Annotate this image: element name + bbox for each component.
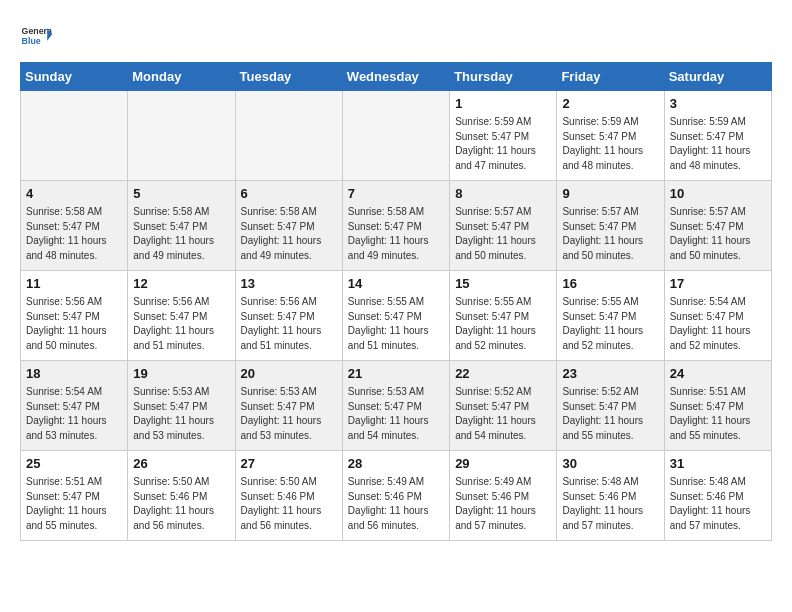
day-info: Sunrise: 5:53 AM Sunset: 5:47 PM Dayligh… xyxy=(348,385,444,443)
calendar-cell: 13Sunrise: 5:56 AM Sunset: 5:47 PM Dayli… xyxy=(235,271,342,361)
day-info: Sunrise: 5:57 AM Sunset: 5:47 PM Dayligh… xyxy=(670,205,766,263)
day-number: 5 xyxy=(133,185,229,203)
day-info: Sunrise: 5:51 AM Sunset: 5:47 PM Dayligh… xyxy=(670,385,766,443)
day-info: Sunrise: 5:58 AM Sunset: 5:47 PM Dayligh… xyxy=(241,205,337,263)
day-info: Sunrise: 5:56 AM Sunset: 5:47 PM Dayligh… xyxy=(241,295,337,353)
calendar-cell: 10Sunrise: 5:57 AM Sunset: 5:47 PM Dayli… xyxy=(664,181,771,271)
day-number: 19 xyxy=(133,365,229,383)
calendar-cell: 7Sunrise: 5:58 AM Sunset: 5:47 PM Daylig… xyxy=(342,181,449,271)
calendar-cell: 19Sunrise: 5:53 AM Sunset: 5:47 PM Dayli… xyxy=(128,361,235,451)
day-number: 24 xyxy=(670,365,766,383)
day-info: Sunrise: 5:58 AM Sunset: 5:47 PM Dayligh… xyxy=(26,205,122,263)
day-number: 21 xyxy=(348,365,444,383)
day-info: Sunrise: 5:49 AM Sunset: 5:46 PM Dayligh… xyxy=(348,475,444,533)
day-number: 11 xyxy=(26,275,122,293)
day-number: 28 xyxy=(348,455,444,473)
calendar-cell: 17Sunrise: 5:54 AM Sunset: 5:47 PM Dayli… xyxy=(664,271,771,361)
weekday-header-row: SundayMondayTuesdayWednesdayThursdayFrid… xyxy=(21,63,772,91)
day-info: Sunrise: 5:59 AM Sunset: 5:47 PM Dayligh… xyxy=(670,115,766,173)
calendar-cell: 8Sunrise: 5:57 AM Sunset: 5:47 PM Daylig… xyxy=(450,181,557,271)
calendar-cell: 20Sunrise: 5:53 AM Sunset: 5:47 PM Dayli… xyxy=(235,361,342,451)
weekday-header-saturday: Saturday xyxy=(664,63,771,91)
day-info: Sunrise: 5:50 AM Sunset: 5:46 PM Dayligh… xyxy=(241,475,337,533)
day-number: 18 xyxy=(26,365,122,383)
day-number: 13 xyxy=(241,275,337,293)
day-info: Sunrise: 5:56 AM Sunset: 5:47 PM Dayligh… xyxy=(26,295,122,353)
weekday-header-monday: Monday xyxy=(128,63,235,91)
calendar-cell: 9Sunrise: 5:57 AM Sunset: 5:47 PM Daylig… xyxy=(557,181,664,271)
day-info: Sunrise: 5:56 AM Sunset: 5:47 PM Dayligh… xyxy=(133,295,229,353)
day-number: 2 xyxy=(562,95,658,113)
page-header: General Blue xyxy=(20,20,772,52)
calendar-cell: 31Sunrise: 5:48 AM Sunset: 5:46 PM Dayli… xyxy=(664,451,771,541)
day-info: Sunrise: 5:58 AM Sunset: 5:47 PM Dayligh… xyxy=(133,205,229,263)
calendar-week-row: 4Sunrise: 5:58 AM Sunset: 5:47 PM Daylig… xyxy=(21,181,772,271)
day-number: 15 xyxy=(455,275,551,293)
day-info: Sunrise: 5:57 AM Sunset: 5:47 PM Dayligh… xyxy=(562,205,658,263)
calendar-cell: 23Sunrise: 5:52 AM Sunset: 5:47 PM Dayli… xyxy=(557,361,664,451)
day-info: Sunrise: 5:58 AM Sunset: 5:47 PM Dayligh… xyxy=(348,205,444,263)
calendar-cell: 4Sunrise: 5:58 AM Sunset: 5:47 PM Daylig… xyxy=(21,181,128,271)
day-info: Sunrise: 5:52 AM Sunset: 5:47 PM Dayligh… xyxy=(455,385,551,443)
day-info: Sunrise: 5:55 AM Sunset: 5:47 PM Dayligh… xyxy=(562,295,658,353)
calendar-cell: 14Sunrise: 5:55 AM Sunset: 5:47 PM Dayli… xyxy=(342,271,449,361)
calendar-cell: 2Sunrise: 5:59 AM Sunset: 5:47 PM Daylig… xyxy=(557,91,664,181)
day-info: Sunrise: 5:51 AM Sunset: 5:47 PM Dayligh… xyxy=(26,475,122,533)
day-number: 8 xyxy=(455,185,551,203)
calendar-cell: 1Sunrise: 5:59 AM Sunset: 5:47 PM Daylig… xyxy=(450,91,557,181)
day-info: Sunrise: 5:59 AM Sunset: 5:47 PM Dayligh… xyxy=(562,115,658,173)
day-info: Sunrise: 5:50 AM Sunset: 5:46 PM Dayligh… xyxy=(133,475,229,533)
day-number: 26 xyxy=(133,455,229,473)
day-info: Sunrise: 5:53 AM Sunset: 5:47 PM Dayligh… xyxy=(133,385,229,443)
calendar-cell xyxy=(128,91,235,181)
calendar-cell: 21Sunrise: 5:53 AM Sunset: 5:47 PM Dayli… xyxy=(342,361,449,451)
day-number: 17 xyxy=(670,275,766,293)
calendar-cell: 6Sunrise: 5:58 AM Sunset: 5:47 PM Daylig… xyxy=(235,181,342,271)
day-number: 4 xyxy=(26,185,122,203)
calendar-cell: 25Sunrise: 5:51 AM Sunset: 5:47 PM Dayli… xyxy=(21,451,128,541)
calendar-cell: 27Sunrise: 5:50 AM Sunset: 5:46 PM Dayli… xyxy=(235,451,342,541)
day-number: 30 xyxy=(562,455,658,473)
calendar-cell: 5Sunrise: 5:58 AM Sunset: 5:47 PM Daylig… xyxy=(128,181,235,271)
day-info: Sunrise: 5:48 AM Sunset: 5:46 PM Dayligh… xyxy=(670,475,766,533)
calendar-week-row: 18Sunrise: 5:54 AM Sunset: 5:47 PM Dayli… xyxy=(21,361,772,451)
day-number: 29 xyxy=(455,455,551,473)
day-info: Sunrise: 5:55 AM Sunset: 5:47 PM Dayligh… xyxy=(348,295,444,353)
weekday-header-sunday: Sunday xyxy=(21,63,128,91)
calendar-week-row: 25Sunrise: 5:51 AM Sunset: 5:47 PM Dayli… xyxy=(21,451,772,541)
weekday-header-thursday: Thursday xyxy=(450,63,557,91)
day-number: 31 xyxy=(670,455,766,473)
calendar-cell: 29Sunrise: 5:49 AM Sunset: 5:46 PM Dayli… xyxy=(450,451,557,541)
weekday-header-friday: Friday xyxy=(557,63,664,91)
calendar-week-row: 11Sunrise: 5:56 AM Sunset: 5:47 PM Dayli… xyxy=(21,271,772,361)
day-info: Sunrise: 5:59 AM Sunset: 5:47 PM Dayligh… xyxy=(455,115,551,173)
calendar-cell: 15Sunrise: 5:55 AM Sunset: 5:47 PM Dayli… xyxy=(450,271,557,361)
day-info: Sunrise: 5:52 AM Sunset: 5:47 PM Dayligh… xyxy=(562,385,658,443)
day-number: 3 xyxy=(670,95,766,113)
day-info: Sunrise: 5:48 AM Sunset: 5:46 PM Dayligh… xyxy=(562,475,658,533)
calendar-cell xyxy=(235,91,342,181)
calendar-cell: 28Sunrise: 5:49 AM Sunset: 5:46 PM Dayli… xyxy=(342,451,449,541)
day-info: Sunrise: 5:54 AM Sunset: 5:47 PM Dayligh… xyxy=(670,295,766,353)
day-info: Sunrise: 5:54 AM Sunset: 5:47 PM Dayligh… xyxy=(26,385,122,443)
logo-icon: General Blue xyxy=(20,20,52,52)
day-number: 7 xyxy=(348,185,444,203)
day-number: 22 xyxy=(455,365,551,383)
calendar-cell: 16Sunrise: 5:55 AM Sunset: 5:47 PM Dayli… xyxy=(557,271,664,361)
day-number: 27 xyxy=(241,455,337,473)
logo: General Blue xyxy=(20,20,52,52)
calendar-cell: 3Sunrise: 5:59 AM Sunset: 5:47 PM Daylig… xyxy=(664,91,771,181)
calendar-cell: 11Sunrise: 5:56 AM Sunset: 5:47 PM Dayli… xyxy=(21,271,128,361)
calendar-cell: 22Sunrise: 5:52 AM Sunset: 5:47 PM Dayli… xyxy=(450,361,557,451)
calendar-cell: 12Sunrise: 5:56 AM Sunset: 5:47 PM Dayli… xyxy=(128,271,235,361)
svg-text:Blue: Blue xyxy=(22,36,41,46)
day-number: 23 xyxy=(562,365,658,383)
day-number: 16 xyxy=(562,275,658,293)
day-number: 1 xyxy=(455,95,551,113)
day-info: Sunrise: 5:57 AM Sunset: 5:47 PM Dayligh… xyxy=(455,205,551,263)
calendar-cell: 24Sunrise: 5:51 AM Sunset: 5:47 PM Dayli… xyxy=(664,361,771,451)
weekday-header-tuesday: Tuesday xyxy=(235,63,342,91)
day-number: 10 xyxy=(670,185,766,203)
calendar-cell xyxy=(21,91,128,181)
day-number: 14 xyxy=(348,275,444,293)
